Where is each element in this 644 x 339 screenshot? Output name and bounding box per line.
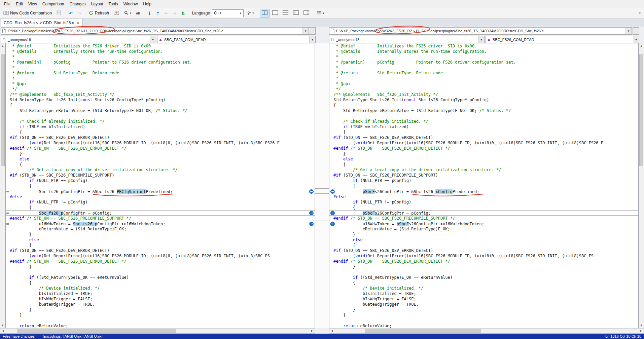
menu-file[interactable]: File — [1, 1, 13, 7]
code-line[interactable]: { — [10, 242, 315, 248]
code-line[interactable]: #if (STD_ON == SBC_FS26_DEV_ERROR_DETECT… — [10, 135, 315, 140]
code-line[interactable]: * @return Std_ReturnType Return code. — [10, 70, 315, 76]
code-line[interactable]: #endif /* STD_ON == SBC_FS26_PRECOMPILE_… — [10, 216, 315, 221]
code-line[interactable]: { — [333, 162, 638, 167]
code-line[interactable]: (void)Det_ReportError((uint16)SBC_FS26_M… — [10, 140, 315, 146]
code-line[interactable]: #endif /* STD_ON == SBC_FS26_DEV_ERROR_D… — [10, 146, 315, 151]
code-line[interactable] — [333, 318, 638, 323]
code-line[interactable]: /** @implements Sbc_fs26_Init_Activity *… — [333, 92, 638, 97]
scrollbar-thumb[interactable] — [1, 54, 5, 166]
scrollbar-track[interactable] — [639, 48, 644, 323]
view-inline-button[interactable] — [270, 9, 280, 17]
code-line[interactable]: * @param[in] pConfig Pointer to FS26 dri… — [10, 60, 315, 65]
code-line[interactable]: if (TRUE == bIsInitialized) — [333, 124, 638, 129]
code-line[interactable]: /* Device initialized. */ — [333, 286, 638, 291]
menu-view[interactable]: View — [26, 1, 40, 7]
code-line[interactable]: { — [333, 280, 638, 286]
code-line[interactable]: { — [333, 205, 638, 210]
copy-to-right-button[interactable]: → — [309, 189, 314, 194]
left-browse-button[interactable]: … — [309, 27, 316, 35]
scroll-down-icon[interactable]: ▼ — [639, 323, 644, 328]
code-line[interactable]: u16WdwToken = pSbcFs26ConfigPtr->u16Watc… — [329, 221, 638, 226]
menu-window[interactable]: Window — [121, 1, 141, 7]
menu-help[interactable]: Help — [140, 1, 154, 7]
code-line[interactable]: } — [10, 312, 315, 318]
code-line[interactable]: #if (STD_ON == SBC_FS26_DEV_ERROR_DETECT… — [333, 248, 638, 253]
code-line[interactable]: bIsInitialized = TRUE; — [10, 291, 315, 296]
match-case-button[interactable]: ab — [134, 9, 142, 17]
code-line[interactable]: { — [10, 183, 315, 189]
chevron-down-icon[interactable]: ▾ — [130, 11, 132, 15]
code-line[interactable]: #else — [10, 194, 315, 199]
copy-to-left-button[interactable]: ← — [330, 211, 335, 215]
code-line[interactable]: } — [333, 264, 638, 269]
code-line[interactable]: */ — [333, 86, 638, 92]
code-line[interactable]: } — [333, 312, 638, 318]
code-line[interactable]: } — [333, 232, 638, 237]
code-line[interactable]: * — [10, 76, 315, 81]
left-vertical-scrollbar[interactable]: ▲ ▼ — [0, 43, 5, 328]
chevron-down-icon[interactable]: ▾ — [625, 28, 632, 34]
scroll-left-icon[interactable]: ◀ — [329, 329, 334, 333]
code-line[interactable]: if ((Std_ReturnType)E_OK == eReturnValue… — [10, 275, 315, 280]
scroll-right-icon[interactable]: ▶ — [310, 329, 315, 333]
code-line[interactable]: #if (STD_ON == SBC_FS26_PRECOMPILE_SUPPO… — [10, 173, 315, 178]
scrollbar-thumb[interactable] — [17, 329, 176, 333]
code-line[interactable]: Std_ReturnType eReturnValue = (Std_Retur… — [333, 108, 638, 113]
next-difference-button[interactable]: ↓ — [146, 9, 153, 17]
code-line[interactable]: if (NULL_PTR != pConfig) — [10, 199, 315, 205]
scroll-down-icon[interactable]: ▼ — [0, 323, 5, 328]
code-line[interactable]: if (TRUE == bIsInitialized) — [10, 124, 315, 129]
copy-to-left-button[interactable]: ← — [330, 222, 335, 226]
code-line[interactable]: #endif /* STD_ON == SBC_FS26_PRECOMPILE_… — [333, 216, 638, 221]
view-left-pane-button[interactable] — [291, 9, 301, 17]
code-line[interactable]: if (NULL_PTR == pConfig) — [10, 178, 315, 183]
close-icon[interactable]: × — [77, 21, 80, 25]
code-line[interactable]: #if (STD_ON == SBC_FS26_PRECOMPILE_SUPPO… — [333, 173, 638, 178]
code-line[interactable]: { — [333, 103, 638, 108]
syntax-settings-button[interactable]: ▾ — [244, 9, 256, 17]
code-line[interactable] — [10, 269, 315, 275]
tab-comparison[interactable]: CDD_Sbc_fs26.c <-> CDD_Sbc_fs26.c × — [1, 19, 83, 27]
code-line[interactable]: * @brief Initializes the FS26 driver. SI… — [333, 43, 638, 49]
code-line[interactable]: bIsWdgTrigger = FALSE; — [10, 296, 315, 302]
code-line[interactable]: (void)Det_ReportError((uint16)SBC_FS26_M… — [10, 253, 315, 259]
code-line[interactable]: } — [10, 151, 315, 156]
code-line[interactable]: bIsInitialized = TRUE; — [333, 291, 638, 296]
left-code-editor[interactable]: * @brief Initializes the FS26 driver. SI… — [6, 43, 315, 328]
code-line[interactable]: * — [10, 65, 315, 70]
menu-layout[interactable]: Layout — [88, 1, 106, 7]
code-line[interactable]: /* Check if already initialized. */ — [333, 119, 638, 124]
chevron-down-icon[interactable]: ▾ — [150, 36, 156, 43]
right-member-combo[interactable]: ◆ SBC_FS26_COM_READ ▾ — [486, 36, 639, 43]
code-line[interactable]: if (NULL_PTR != pConfig) — [333, 199, 638, 205]
next-change-button[interactable]: → — [171, 9, 179, 17]
scrollbar-track[interactable] — [5, 329, 310, 333]
code-line[interactable]: Sbc_fs26_pConfigPtr = &Sbc_fs26_PBCfgVar… — [6, 189, 315, 194]
code-line[interactable]: /* Device initialized. */ — [10, 286, 315, 291]
code-line[interactable]: /* Get a local copy of the driver inital… — [333, 167, 638, 173]
code-line[interactable]: #endif /* STD_ON == SBC_FS26_DEV_ERROR_D… — [333, 259, 638, 264]
scrollbar-track[interactable] — [0, 48, 5, 323]
right-horizontal-scrollbar[interactable]: ◀ ▶ — [329, 328, 644, 334]
code-line[interactable]: { — [333, 242, 638, 248]
right-scope-combo[interactable]: {} _anonymus18 ▾ — [329, 36, 485, 43]
code-line[interactable]: eReturnValue = (Std_ReturnType)E_OK; — [10, 226, 315, 232]
scroll-left-icon[interactable]: ◀ — [0, 329, 5, 333]
code-line[interactable] — [333, 269, 638, 275]
left-horizontal-scrollbar[interactable]: ◀ ▶ — [0, 328, 315, 334]
chevron-down-icon[interactable]: ▾ — [252, 11, 254, 15]
code-line[interactable]: (void)Det_ReportError((uint16)SBC_FS26_M… — [333, 140, 638, 146]
code-line[interactable]: else — [333, 156, 638, 162]
code-line[interactable]: (void)Det_ReportError((uint16)SBC_FS26_M… — [333, 253, 638, 259]
code-line[interactable]: pSbcFs26ConfigPtr = pConfig;← — [329, 210, 638, 216]
code-line[interactable]: } — [10, 307, 315, 312]
left-scope-combo[interactable]: {} _anonymus19 ▾ — [1, 36, 156, 43]
menu-edit[interactable]: Edit — [13, 1, 26, 7]
code-line[interactable]: } — [333, 151, 638, 156]
chevron-down-icon[interactable]: ▾ — [478, 36, 484, 43]
sync-scroll-button[interactable]: ⇅ — [179, 9, 187, 17]
code-line[interactable]: /* Check if already initialized. */ — [10, 119, 315, 124]
code-line[interactable]: */ — [10, 86, 315, 92]
menu-tools[interactable]: Tools — [106, 1, 121, 7]
